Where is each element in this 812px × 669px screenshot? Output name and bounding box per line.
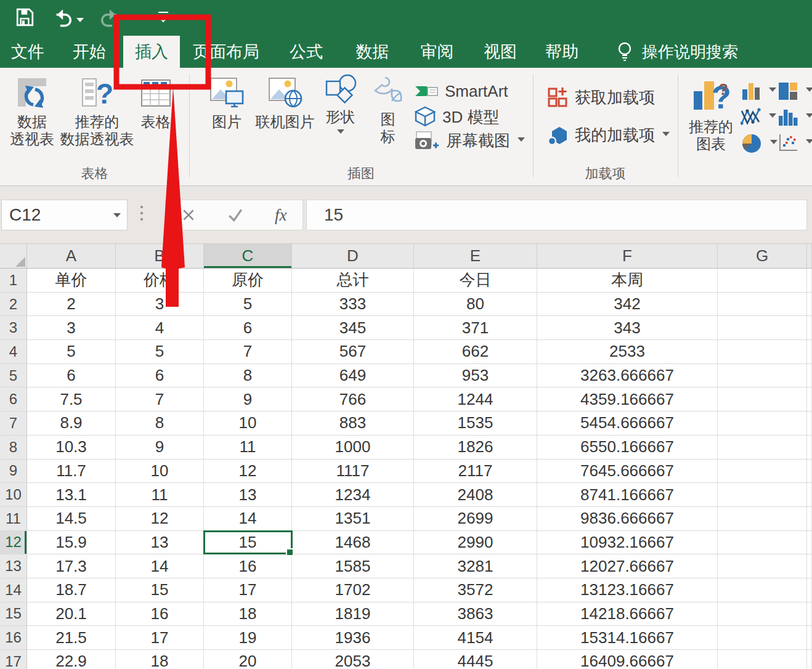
my-addins-button[interactable]: 我的加载项 xyxy=(546,124,670,146)
cell-B13[interactable]: 14 xyxy=(116,554,204,578)
recommended-pivottables-button[interactable]: ? 推荐的 数据透视表 xyxy=(59,75,136,148)
cell-F12[interactable]: 10932.16667 xyxy=(537,531,718,554)
column-header-sliver[interactable] xyxy=(807,244,812,269)
row-header-7[interactable]: 7 xyxy=(0,412,27,435)
cell-C6[interactable]: 9 xyxy=(204,387,292,411)
cell-G1[interactable] xyxy=(718,269,807,292)
online-pictures-button[interactable]: 联机图片 xyxy=(250,75,320,131)
cell-D12[interactable]: 1468 xyxy=(292,531,414,554)
insert-column-chart-button[interactable] xyxy=(741,81,776,101)
cell-sliver1[interactable] xyxy=(807,269,812,292)
cell-E8[interactable]: 1826 xyxy=(414,436,537,459)
cell-sliver16[interactable] xyxy=(807,626,812,649)
cell-A8[interactable]: 10.3 xyxy=(27,436,116,459)
row-header-10[interactable]: 10 xyxy=(0,483,27,506)
cell-F4[interactable]: 2533 xyxy=(537,340,718,363)
insert-histogram-chart-button[interactable] xyxy=(777,107,812,127)
cell-sliver3[interactable] xyxy=(807,316,812,339)
cell-E14[interactable]: 3572 xyxy=(414,578,537,602)
cell-D17[interactable]: 2053 xyxy=(292,650,414,669)
cell-G8[interactable] xyxy=(718,436,807,459)
cell-F6[interactable]: 4359.166667 xyxy=(537,387,718,411)
cell-A6[interactable]: 7.5 xyxy=(27,387,116,411)
tab-formulas[interactable]: 公式 xyxy=(272,36,340,68)
cell-sliver4[interactable] xyxy=(807,340,812,363)
cell-C13[interactable]: 16 xyxy=(204,554,292,578)
cell-B9[interactable]: 10 xyxy=(116,460,204,483)
cell-F7[interactable]: 5454.666667 xyxy=(537,412,718,435)
cell-B2[interactable]: 3 xyxy=(116,293,204,316)
smartart-button[interactable]: SmartArt xyxy=(414,81,508,101)
cell-B16[interactable]: 17 xyxy=(116,626,204,649)
cell-B1[interactable]: 价格 xyxy=(116,269,204,292)
cell-sliver9[interactable] xyxy=(807,460,812,483)
column-header-G[interactable]: G xyxy=(718,244,807,269)
enter-check-icon[interactable] xyxy=(227,208,243,222)
pivottable-button[interactable]: 数据 透视表 xyxy=(1,75,63,148)
cell-C4[interactable]: 7 xyxy=(204,340,292,363)
cell-C15[interactable]: 18 xyxy=(204,602,292,626)
cell-B17[interactable]: 18 xyxy=(116,650,204,669)
cell-E13[interactable]: 3281 xyxy=(414,554,537,578)
cell-E12[interactable]: 2990 xyxy=(414,531,537,554)
cell-sliver10[interactable] xyxy=(807,483,812,506)
cell-D9[interactable]: 1117 xyxy=(292,460,414,483)
cell-B12[interactable]: 13 xyxy=(116,531,204,554)
column-header-D[interactable]: D xyxy=(292,244,414,269)
cell-G6[interactable] xyxy=(718,387,807,411)
cell-F9[interactable]: 7645.666667 xyxy=(537,460,718,483)
row-header-5[interactable]: 5 xyxy=(0,364,27,387)
cell-D15[interactable]: 1819 xyxy=(292,602,414,626)
screenshot-button[interactable]: 屏幕截图 xyxy=(414,130,525,152)
cell-G13[interactable] xyxy=(718,554,807,578)
cell-G12[interactable] xyxy=(718,531,807,554)
cell-F14[interactable]: 13123.16667 xyxy=(537,578,718,602)
tab-review[interactable]: 审阅 xyxy=(405,36,469,68)
table-button[interactable]: 表格 xyxy=(132,75,179,131)
row-header-2[interactable]: 2 xyxy=(0,293,27,316)
cell-D10[interactable]: 1234 xyxy=(292,483,414,506)
cell-A16[interactable]: 21.5 xyxy=(27,626,116,649)
cell-E5[interactable]: 953 xyxy=(414,364,537,387)
column-header-C[interactable]: C xyxy=(204,244,292,269)
tab-insert[interactable]: 插入 xyxy=(123,36,180,68)
cell-E3[interactable]: 371 xyxy=(414,316,537,339)
row-header-6[interactable]: 6 xyxy=(0,387,27,411)
cell-F13[interactable]: 12027.66667 xyxy=(537,554,718,578)
cell-B8[interactable]: 9 xyxy=(116,436,204,459)
cell-sliver15[interactable] xyxy=(807,602,812,626)
cell-sliver13[interactable] xyxy=(807,554,812,578)
cell-C12[interactable]: 15 xyxy=(204,531,292,554)
cell-A14[interactable]: 18.7 xyxy=(27,578,116,602)
cell-A11[interactable]: 14.5 xyxy=(27,507,116,530)
cell-G11[interactable] xyxy=(718,507,807,530)
pictures-button[interactable]: 图片 xyxy=(203,75,251,131)
cell-E6[interactable]: 1244 xyxy=(414,387,537,411)
insert-hierarchy-chart-button[interactable] xyxy=(777,81,812,101)
icons-button[interactable]: 图 标 xyxy=(368,74,408,145)
row-header-1[interactable]: 1 xyxy=(0,269,27,292)
cell-B15[interactable]: 16 xyxy=(116,602,204,626)
cell-G3[interactable] xyxy=(718,316,807,339)
row-header-11[interactable]: 11 xyxy=(0,507,27,530)
row-header-3[interactable]: 3 xyxy=(0,316,27,339)
row-header-15[interactable]: 15 xyxy=(0,602,27,626)
cell-G10[interactable] xyxy=(718,483,807,506)
cell-A1[interactable]: 单价 xyxy=(27,269,116,292)
cell-F8[interactable]: 6550.166667 xyxy=(537,436,718,459)
tab-file[interactable]: 文件 xyxy=(0,36,55,68)
cell-sliver7[interactable] xyxy=(807,412,812,435)
cell-F10[interactable]: 8741.166667 xyxy=(537,483,718,506)
cell-B6[interactable]: 7 xyxy=(116,387,204,411)
cell-B7[interactable]: 8 xyxy=(116,412,204,435)
cell-F2[interactable]: 342 xyxy=(537,293,718,316)
row-header-14[interactable]: 14 xyxy=(0,578,27,602)
cell-D4[interactable]: 567 xyxy=(292,340,414,363)
cell-D5[interactable]: 649 xyxy=(292,364,414,387)
cell-sliver2[interactable] xyxy=(807,293,812,316)
cell-E10[interactable]: 2408 xyxy=(414,483,537,506)
column-header-B[interactable]: B xyxy=(116,244,204,269)
cell-G7[interactable] xyxy=(718,412,807,435)
cell-A9[interactable]: 11.7 xyxy=(27,460,116,483)
cell-D2[interactable]: 333 xyxy=(292,293,414,316)
